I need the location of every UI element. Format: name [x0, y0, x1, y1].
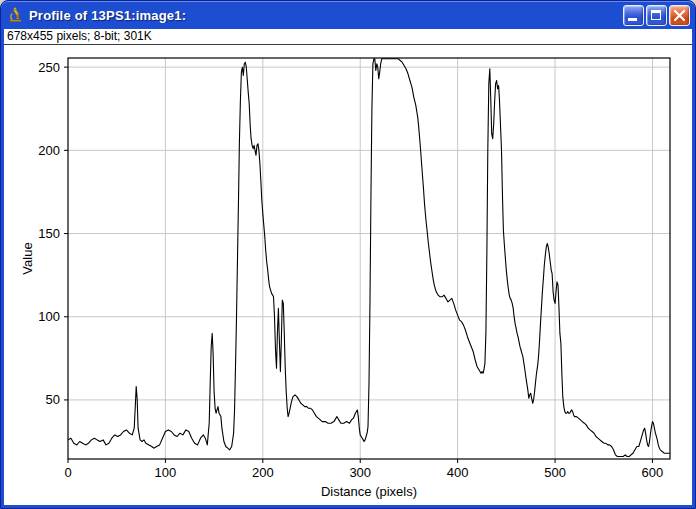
svg-text:300: 300 [349, 465, 371, 480]
svg-text:500: 500 [544, 465, 566, 480]
title-bar[interactable]: Profile of 13PS1:image1: [1, 1, 695, 29]
svg-text:200: 200 [252, 465, 274, 480]
svg-text:100: 100 [38, 309, 60, 324]
window-controls [621, 5, 690, 26]
axis-ticks [64, 67, 652, 463]
svg-text:0: 0 [64, 465, 71, 480]
imagej-microscope-icon [7, 7, 24, 24]
x-axis-tick-labels: 0100200300400500600 [64, 465, 663, 480]
svg-text:200: 200 [38, 143, 60, 158]
profile-window: Profile of 13PS1:image1: 678x455 pixels;… [0, 0, 696, 509]
close-icon [670, 6, 689, 25]
x-axis-label: Distance (pixels) [321, 484, 417, 499]
svg-text:50: 50 [46, 392, 60, 407]
svg-text:400: 400 [447, 465, 469, 480]
svg-text:250: 250 [38, 60, 60, 75]
profile-line [68, 59, 670, 457]
y-axis-tick-labels: 50100150200250 [38, 60, 60, 408]
y-axis-label: Value [20, 242, 35, 274]
window-content: 678x455 pixels; 8-bit; 301K 010020030040… [4, 29, 692, 505]
window-title: Profile of 13PS1:image1: [29, 8, 621, 23]
profile-plot: 010020030040050060050100150200250Distanc… [4, 45, 694, 507]
minimize-button[interactable] [623, 5, 644, 26]
status-bar: 678x455 pixels; 8-bit; 301K [4, 29, 692, 45]
image-info-text: 678x455 pixels; 8-bit; 301K [7, 29, 152, 43]
svg-text:100: 100 [155, 465, 177, 480]
minimize-icon [628, 18, 637, 21]
maximize-icon [651, 10, 661, 20]
maximize-button[interactable] [646, 5, 667, 26]
svg-text:150: 150 [38, 226, 60, 241]
close-button[interactable] [669, 5, 690, 26]
svg-text:600: 600 [642, 465, 664, 480]
plot-canvas[interactable]: 010020030040050060050100150200250Distanc… [4, 45, 692, 505]
